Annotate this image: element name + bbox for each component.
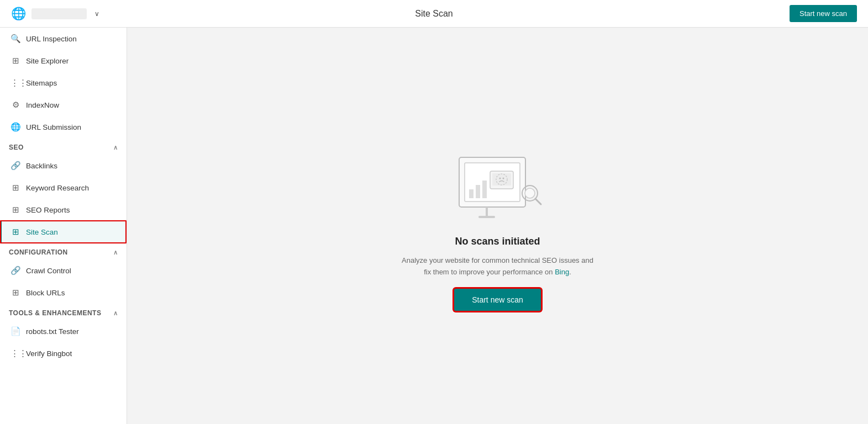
sidebar-item-backlinks[interactable]: 🔗 Backlinks [0,155,127,177]
sidebar-item-seo-reports[interactable]: ⊞ SEO Reports [0,199,127,221]
config-section-label: Configuration [9,248,68,256]
main-content: No scans initiated Analyze your website … [127,28,868,424]
search-icon: 🔍 [10,34,20,44]
gear-icon: ⚙ [10,100,20,110]
app-header: 🌐 ∨ Site Scan Start new scan [0,0,868,28]
chevron-down-icon: ∨ [94,10,99,18]
sidebar-label-sitemaps: Sitemaps [26,79,57,87]
seo-section-header: SEO ∧ [0,138,127,155]
tools-section-header: Tools & Enhancements ∧ [0,304,127,320]
sidebar: 🔍 URL Inspection ⊞ Site Explorer ⋮⋮ Site… [0,28,127,424]
page-title: Site Scan [415,9,453,19]
sidebar-label-url-inspection: URL Inspection [26,35,77,43]
svg-rect-3 [478,216,495,218]
sidebar-label-site-explorer: Site Explorer [26,57,69,65]
sidebar-label-backlinks: Backlinks [26,162,57,170]
sidebar-item-site-explorer[interactable]: ⊞ Site Explorer [0,50,127,72]
sidebar-item-keyword-research[interactable]: ⊞ Keyword Research [0,177,127,199]
globe-small-icon: 🌐 [10,122,20,132]
sidebar-item-sitemaps[interactable]: ⋮⋮ Sitemaps [0,72,127,94]
sidebar-item-robots-tester[interactable]: 📄 robots.txt Tester [0,320,127,342]
reports-icon: ⊞ [10,205,20,215]
empty-desc-end: . [569,268,571,276]
svg-rect-6 [482,181,487,198]
svg-rect-4 [469,189,474,198]
sidebar-item-url-inspection[interactable]: 🔍 URL Inspection [0,28,127,50]
svg-point-13 [525,188,535,198]
main-layout: 🔍 URL Inspection ⊞ Site Explorer ⋮⋮ Site… [0,28,868,424]
crawl-icon: 🔗 [10,266,20,275]
domain-display [31,8,87,19]
config-chevron-icon: ∧ [113,249,118,256]
sidebar-label-robots-tester: robots.txt Tester [26,327,79,336]
config-section-header: Configuration ∧ [0,243,127,259]
tools-chevron-icon: ∧ [113,310,118,317]
block-icon: ⊞ [10,288,20,298]
empty-title: No scans initiated [455,236,540,247]
sidebar-item-verify-bingbot[interactable]: ⋮⋮ Verify Bingbot [0,342,127,364]
tools-section-label: Tools & Enhancements [9,309,101,317]
start-scan-button[interactable]: Start new scan [454,289,541,311]
sidebar-label-seo-reports: SEO Reports [26,206,70,214]
svg-line-14 [535,199,541,204]
sidebar-item-indexnow[interactable]: ⚙ IndexNow [0,94,127,116]
header-left: 🌐 ∨ [11,7,99,21]
seo-section-label: SEO [9,144,24,151]
sidebar-item-block-urls[interactable]: ⊞ Block URLs [0,282,127,304]
scan-icon: ⊞ [10,227,20,237]
sidebar-label-block-urls: Block URLs [26,289,65,297]
verify-icon: ⋮⋮ [10,348,20,358]
sidebar-item-url-submission[interactable]: 🌐 URL Submission [0,116,127,138]
sitemap-icon: ⋮⋮ [10,78,20,88]
robots-icon: 📄 [10,326,20,336]
svg-rect-5 [476,185,480,198]
keyword-icon: ⊞ [10,183,20,193]
sidebar-label-site-scan: Site Scan [26,228,58,236]
empty-description: Analyze your website for common technica… [398,255,597,278]
svg-point-11 [502,177,504,179]
empty-state: No scans initiated Analyze your website … [398,141,597,311]
sidebar-label-verify-bingbot: Verify Bingbot [26,349,72,358]
link-icon: 🔗 [10,161,20,171]
sidebar-label-crawl-control: Crawl Control [26,267,71,275]
no-scans-illustration [448,141,548,224]
svg-rect-8 [492,173,511,186]
seo-chevron-icon: ∧ [113,144,118,151]
sidebar-label-indexnow: IndexNow [26,101,59,109]
sidebar-label-url-submission: URL Submission [26,123,81,131]
sidebar-item-crawl-control[interactable]: 🔗 Crawl Control [0,259,127,282]
sidebar-item-site-scan[interactable]: ⊞ Site Scan [0,221,127,243]
svg-point-10 [499,177,501,179]
svg-rect-2 [486,207,488,217]
globe-icon: 🌐 [11,7,26,21]
bing-link[interactable]: Bing [555,268,569,276]
header-start-scan-button[interactable]: Start new scan [790,5,857,22]
grid-icon: ⊞ [10,56,20,66]
sidebar-label-keyword-research: Keyword Research [26,184,89,192]
